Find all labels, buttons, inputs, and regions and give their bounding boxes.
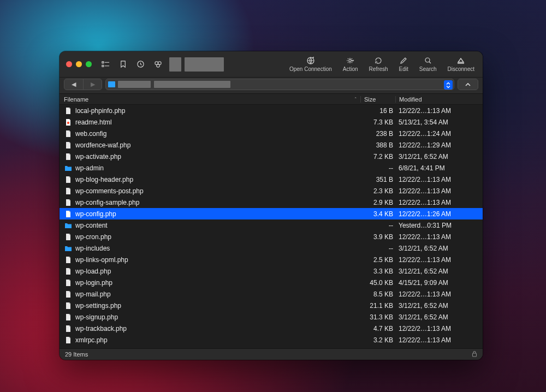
svg-point-12 [67, 121, 69, 123]
edit-button[interactable]: Edit [395, 56, 412, 72]
file-name: wp-links-opml.php [75, 256, 360, 264]
redacted-tab-2 [185, 57, 224, 72]
file-name: wp-login.php [75, 279, 360, 287]
outline-view-icon[interactable] [98, 57, 112, 72]
column-filename[interactable]: Filename ˄ [64, 96, 360, 103]
file-row[interactable]: wp-admin--6/8/21, 4:41 PM [60, 162, 483, 174]
file-row[interactable]: wp-config.php3.4 KB12/22/2…1:26 AM [60, 208, 483, 219]
column-size-label: Size [364, 96, 376, 103]
close-window-button[interactable] [66, 61, 72, 67]
file-list[interactable]: local-phpinfo.php16 B12/22/2…1:13 AMread… [60, 105, 483, 348]
file-name: wp-activate.php [75, 153, 360, 161]
file-size: 351 B [360, 176, 395, 183]
svg-rect-0 [102, 62, 103, 63]
go-up-button[interactable] [458, 79, 478, 90]
file-modified: 12/22/2…1:13 AM [395, 233, 478, 241]
status-bar: 29 Items [60, 348, 483, 360]
file-size: 2.3 KB [360, 187, 395, 195]
file-name: wp-mail.php [75, 290, 360, 298]
svg-point-7 [156, 64, 159, 68]
open-connection-button[interactable]: Open Connection [286, 56, 336, 72]
file-modified: 3/12/21, 6:52 AM [395, 153, 478, 161]
file-size: 238 B [360, 130, 395, 138]
file-row[interactable]: wordfence-waf.php388 B12/22/2…1:29 AM [60, 139, 483, 151]
file-row[interactable]: local-phpinfo.php16 B12/22/2…1:13 AM [60, 105, 483, 116]
file-row[interactable]: wp-config-sample.php2.9 KB12/22/2…1:13 A… [60, 197, 483, 208]
history-icon[interactable] [133, 57, 147, 72]
file-modified: 12/22/2…1:26 AM [395, 210, 478, 218]
file-modified: 12/22/2…1:29 AM [395, 141, 478, 149]
file-row[interactable]: wp-comments-post.php2.3 KB12/22/2…1:13 A… [60, 185, 483, 197]
action-button[interactable]: Action [339, 56, 362, 72]
path-dropdown-button[interactable] [444, 80, 453, 90]
svg-point-10 [425, 58, 430, 62]
column-size[interactable]: Size [360, 96, 395, 103]
ftp-window: Open Connection Action Refresh Edit Sear… [60, 51, 483, 360]
file-row[interactable]: wp-activate.php7.2 KB3/12/21, 6:52 AM [60, 151, 483, 162]
file-row[interactable]: wp-links-opml.php2.5 KB12/22/2…1:13 AM [60, 254, 483, 265]
file-modified: Yesterd…0:31 PM [395, 222, 478, 229]
file-row[interactable]: readme.html7.3 KB5/13/21, 3:54 AM [60, 116, 483, 128]
window-controls [64, 61, 95, 67]
file-row[interactable]: xmlrpc.php3.2 KB12/22/2…1:13 AM [60, 334, 483, 346]
file-name: wp-settings.php [75, 302, 360, 310]
file-row[interactable]: web.config238 B12/22/2…1:24 AM [60, 128, 483, 139]
file-row[interactable]: wp-login.php45.0 KB4/15/21, 9:09 AM [60, 277, 483, 288]
file-row[interactable]: wp-trackback.php4.7 KB12/22/2…1:13 AM [60, 323, 483, 334]
svg-rect-1 [102, 65, 103, 67]
file-modified: 6/8/21, 4:41 PM [395, 164, 478, 172]
refresh-button[interactable]: Refresh [365, 56, 392, 72]
file-modified: 3/12/21, 6:52 AM [395, 313, 478, 321]
file-name: wp-trackback.php [75, 325, 360, 332]
file-icon [64, 290, 73, 299]
disconnect-button[interactable]: Disconnect [444, 56, 478, 72]
file-icon [64, 129, 73, 138]
path-bar[interactable] [105, 79, 454, 90]
navbar: ◀ ▶ [60, 78, 483, 94]
zoom-window-button[interactable] [86, 61, 92, 67]
bookmarks-icon[interactable] [116, 57, 130, 72]
file-size: -- [360, 222, 395, 229]
bonjour-icon[interactable] [151, 57, 165, 72]
folder-icon [64, 221, 73, 230]
file-size: -- [360, 164, 395, 172]
file-modified: 5/13/21, 3:54 AM [395, 118, 478, 126]
file-row[interactable]: wp-blog-header.php351 B12/22/2…1:13 AM [60, 174, 483, 185]
file-icon [64, 187, 73, 195]
file-size: 3.2 KB [360, 336, 395, 344]
file-modified: 12/22/2…1:13 AM [395, 256, 478, 264]
search-button[interactable]: Search [416, 56, 441, 72]
file-row[interactable]: wp-cron.php3.9 KB12/22/2…1:13 AM [60, 231, 483, 242]
file-row[interactable]: wp-includes--3/12/21, 6:52 AM [60, 242, 483, 254]
file-size: 45.0 KB [360, 279, 395, 287]
file-modified: 12/22/2…1:13 AM [395, 107, 478, 115]
file-modified: 12/22/2…1:13 AM [395, 290, 478, 298]
file-name: wordfence-waf.php [75, 141, 360, 149]
file-row[interactable]: wp-mail.php8.5 KB12/22/2…1:13 AM [60, 288, 483, 300]
file-icon [64, 198, 73, 207]
column-modified[interactable]: Modified [395, 96, 478, 103]
file-row[interactable]: wp-settings.php21.1 KB3/12/21, 6:52 AM [60, 300, 483, 311]
file-modified: 3/12/21, 6:52 AM [395, 302, 478, 310]
nav-back-forward: ◀ ▶ [64, 79, 102, 90]
column-filename-label: Filename [64, 96, 88, 103]
file-modified: 12/22/2…1:13 AM [395, 325, 478, 332]
redacted-path-2 [154, 81, 230, 88]
minimize-window-button[interactable] [76, 61, 82, 67]
file-row[interactable]: wp-signup.php31.3 KB3/12/21, 6:52 AM [60, 311, 483, 323]
file-modified: 12/22/2…1:13 AM [395, 187, 478, 195]
file-size: 21.1 KB [360, 302, 395, 310]
svg-point-9 [348, 60, 351, 62]
nav-forward-button[interactable]: ▶ [83, 79, 102, 90]
file-size: 3.9 KB [360, 233, 395, 241]
redacted-tab-1 [169, 57, 181, 72]
folder-icon [64, 244, 73, 253]
file-name: wp-cron.php [75, 233, 360, 241]
titlebar: Open Connection Action Refresh Edit Sear… [60, 51, 483, 78]
file-name: wp-config.php [75, 210, 360, 218]
nav-back-button[interactable]: ◀ [64, 79, 83, 90]
file-size: 2.5 KB [360, 256, 395, 264]
file-icon [64, 152, 73, 161]
file-row[interactable]: wp-load.php3.3 KB3/12/21, 6:52 AM [60, 265, 483, 277]
file-row[interactable]: wp-content--Yesterd…0:31 PM [60, 219, 483, 231]
